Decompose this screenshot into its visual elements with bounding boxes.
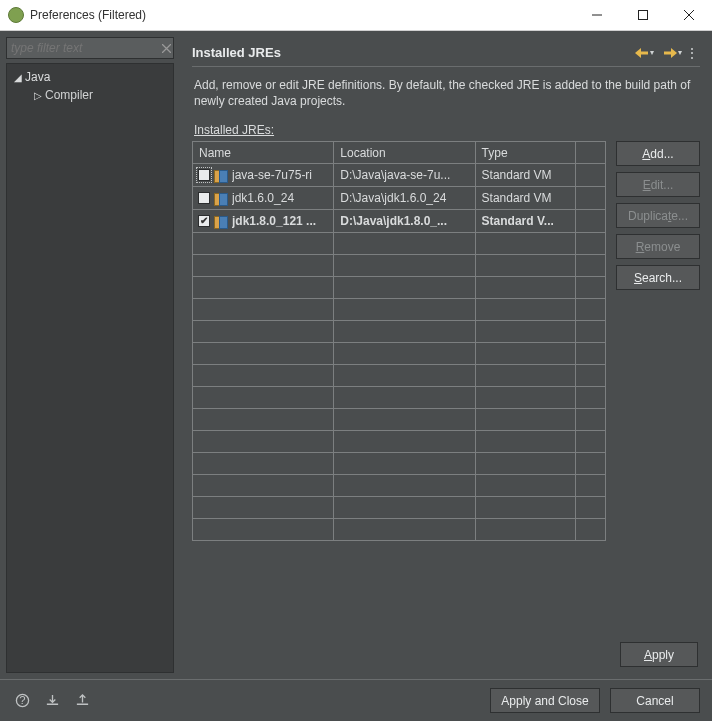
- bottom-bar: ? Apply and Close Cancel: [0, 679, 712, 721]
- svg-rect-2: [664, 51, 672, 54]
- minimize-button[interactable]: [574, 0, 620, 30]
- jre-type: Standard V...: [475, 210, 575, 233]
- edit-button[interactable]: Edit...: [616, 172, 700, 197]
- section-header: Installed JREs ▾ ▾ ⋮: [192, 39, 700, 67]
- list-label: Installed JREs:: [194, 123, 698, 137]
- table-row-empty: [193, 255, 606, 277]
- table-row-empty: [193, 365, 606, 387]
- app-icon: [8, 7, 24, 23]
- jre-table-wrap: Name Location Type java-se-7u75-riD:\Jav…: [192, 141, 606, 634]
- view-menu-button[interactable]: ⋮: [684, 45, 700, 61]
- filter-box[interactable]: [6, 37, 174, 59]
- duplicate-button[interactable]: Duplicate...: [616, 203, 700, 228]
- search-button[interactable]: Search...: [616, 265, 700, 290]
- jre-name: jdk1.6.0_24: [232, 191, 294, 205]
- svg-text:?: ?: [19, 694, 25, 706]
- jre-checkbox[interactable]: [198, 192, 210, 204]
- jre-checkbox[interactable]: [198, 215, 210, 227]
- cancel-button[interactable]: Cancel: [610, 688, 700, 713]
- preferences-nav: ◢ Java ▷ Compiler: [0, 31, 180, 679]
- add-button[interactable]: Add...: [616, 141, 700, 166]
- import-icon[interactable]: [42, 691, 62, 711]
- history-forward-button[interactable]: ▾: [660, 42, 684, 64]
- table-row[interactable]: jdk1.8.0_121 ...D:\Java\jdk1.8.0_...Stan…: [193, 210, 606, 233]
- clear-filter-icon[interactable]: [162, 41, 171, 55]
- svg-rect-1: [640, 51, 648, 54]
- nav-item-label: Compiler: [45, 88, 93, 102]
- table-row-empty: [193, 497, 606, 519]
- page-title: Installed JREs: [192, 45, 281, 60]
- table-row[interactable]: jdk1.6.0_24D:\Java\jdk1.6.0_24Standard V…: [193, 187, 606, 210]
- table-row-empty: [193, 233, 606, 255]
- nav-tree: ◢ Java ▷ Compiler: [6, 63, 174, 673]
- table-header-row: Name Location Type: [193, 142, 606, 164]
- jre-icon: [214, 193, 228, 204]
- jre-checkbox[interactable]: [198, 169, 210, 181]
- apply-row: Apply: [192, 634, 700, 673]
- col-location[interactable]: Location: [334, 142, 475, 164]
- nav-item-label: Java: [25, 70, 50, 84]
- close-button[interactable]: [666, 0, 712, 30]
- apply-and-close-button[interactable]: Apply and Close: [490, 688, 600, 713]
- jre-type: Standard VM: [475, 164, 575, 187]
- jre-type: Standard VM: [475, 187, 575, 210]
- table-row-empty: [193, 343, 606, 365]
- collapse-icon: ◢: [11, 72, 25, 83]
- nav-item-java[interactable]: ◢ Java: [9, 68, 171, 86]
- filter-input[interactable]: [11, 41, 162, 55]
- table-row-empty: [193, 387, 606, 409]
- window-title: Preferences (Filtered): [30, 8, 146, 22]
- table-row-empty: [193, 409, 606, 431]
- expand-icon: ▷: [31, 90, 45, 101]
- remove-button[interactable]: Remove: [616, 234, 700, 259]
- table-row-empty: [193, 277, 606, 299]
- svg-rect-0: [639, 11, 648, 20]
- table-row-empty: [193, 321, 606, 343]
- content-pane: Installed JREs ▾ ▾ ⋮ Add, remove or edit…: [180, 31, 712, 679]
- jre-table: Name Location Type java-se-7u75-riD:\Jav…: [192, 141, 606, 541]
- maximize-button[interactable]: [620, 0, 666, 30]
- title-bar: Preferences (Filtered): [0, 0, 712, 31]
- help-icon[interactable]: ?: [12, 691, 32, 711]
- export-icon[interactable]: [72, 691, 92, 711]
- history-back-button[interactable]: ▾: [632, 42, 656, 64]
- table-row-empty: [193, 453, 606, 475]
- jre-location: D:\Java\java-se-7u...: [334, 164, 475, 187]
- apply-button[interactable]: Apply: [620, 642, 698, 667]
- col-type[interactable]: Type: [475, 142, 575, 164]
- table-row-empty: [193, 299, 606, 321]
- table-row-empty: [193, 519, 606, 541]
- col-spacer: [575, 142, 605, 164]
- nav-item-compiler[interactable]: ▷ Compiler: [9, 86, 171, 104]
- col-name[interactable]: Name: [193, 142, 334, 164]
- table-row[interactable]: java-se-7u75-riD:\Java\java-se-7u...Stan…: [193, 164, 606, 187]
- jre-icon: [214, 170, 228, 181]
- side-button-column: Add... Edit... Duplicate... Remove Searc…: [616, 141, 700, 634]
- jre-location: D:\Java\jdk1.8.0_...: [334, 210, 475, 233]
- section-description: Add, remove or edit JRE definitions. By …: [194, 77, 698, 109]
- jre-location: D:\Java\jdk1.6.0_24: [334, 187, 475, 210]
- table-row-empty: [193, 475, 606, 497]
- table-row-empty: [193, 431, 606, 453]
- jre-name: java-se-7u75-ri: [232, 168, 312, 182]
- jre-name: jdk1.8.0_121 ...: [232, 214, 316, 228]
- jre-icon: [214, 216, 228, 227]
